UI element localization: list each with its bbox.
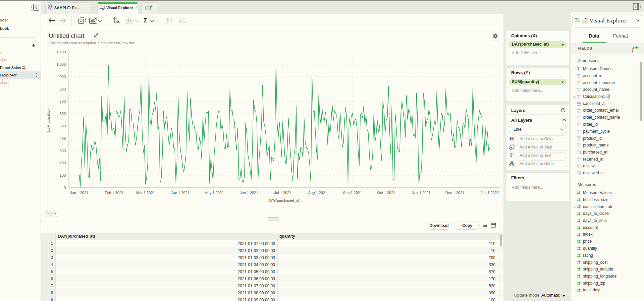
svg-text:SUM(quantity): SUM(quantity) <box>46 109 50 133</box>
svg-text:Jun 1 2021: Jun 1 2021 <box>240 191 258 195</box>
svg-text:500: 500 <box>60 124 66 128</box>
svg-text:May 1 2021: May 1 2021 <box>205 191 224 195</box>
svg-text:x: x <box>634 49 636 52</box>
svg-text:1,100: 1,100 <box>56 50 66 54</box>
svg-text:400: 400 <box>60 136 66 140</box>
svg-text:Dec 1 2021: Dec 1 2021 <box>445 191 464 195</box>
svg-text:Jul 1 2021: Jul 1 2021 <box>274 191 291 195</box>
svg-text:900: 900 <box>60 75 66 79</box>
svg-text:Nov 1 2021: Nov 1 2021 <box>412 191 430 195</box>
svg-text:Oct 1 2021: Oct 1 2021 <box>377 191 395 195</box>
svg-text:Apr 1 2021: Apr 1 2021 <box>171 191 190 195</box>
svg-text:700: 700 <box>60 99 66 103</box>
svg-text:200: 200 <box>60 161 66 165</box>
svg-text:800: 800 <box>60 87 66 91</box>
svg-text:Sep 1 2021: Sep 1 2021 <box>343 191 362 195</box>
svg-text:Aug 1 2021: Aug 1 2021 <box>308 191 327 195</box>
svg-text:DAY(purchased_at): DAY(purchased_at) <box>268 198 301 202</box>
svg-text:1,000: 1,000 <box>56 62 66 66</box>
svg-text:600: 600 <box>60 112 66 116</box>
svg-text:Mar 1 2021: Mar 1 2021 <box>136 191 155 195</box>
svg-text:Jan 1 2022: Jan 1 2022 <box>481 191 499 195</box>
svg-text:Jan 1 2021: Jan 1 2021 <box>70 191 88 195</box>
svg-text:0: 0 <box>64 186 66 190</box>
svg-text:300: 300 <box>60 149 66 153</box>
svg-text:100: 100 <box>60 173 66 177</box>
svg-text:Feb 1 2021: Feb 1 2021 <box>105 191 123 195</box>
